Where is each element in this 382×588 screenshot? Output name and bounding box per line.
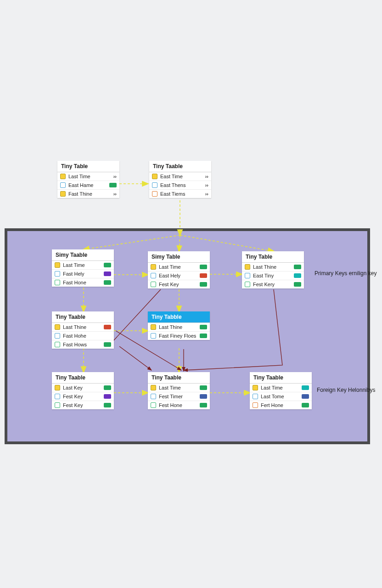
table-row[interactable]: East Hame: [57, 181, 119, 189]
type-badge: [200, 282, 207, 287]
type-badge: [104, 263, 111, 267]
table-header[interactable]: Tiny Taable: [148, 372, 210, 384]
field-label: Fert Hone: [261, 402, 300, 408]
field-label: Fest Timer: [159, 394, 198, 399]
table-header[interactable]: Simy Taable: [52, 249, 114, 261]
table-row[interactable]: East Tiems››: [149, 189, 211, 198]
table-row[interactable]: Fast Hone: [52, 278, 114, 287]
type-badge: [104, 325, 111, 329]
field-icon: [151, 394, 156, 399]
table-row[interactable]: East Tiny: [242, 271, 304, 280]
table-row[interactable]: Last Thine: [52, 323, 114, 331]
type-badge: [294, 273, 301, 278]
table-row[interactable]: Last Time: [250, 384, 312, 392]
field-label: Fest Key: [63, 402, 102, 408]
type-badge: [109, 183, 117, 187]
table-row[interactable]: Last Time: [148, 384, 210, 392]
field-icon: [55, 280, 60, 285]
field-icon: [151, 282, 156, 287]
table-row[interactable]: Fast Thine››: [57, 189, 119, 198]
table-t2[interactable]: Simy TaableLast TimeFast HelyFast Hone: [52, 249, 114, 287]
table-header[interactable]: Simy Table: [148, 251, 210, 263]
type-badge: [200, 265, 207, 269]
chevron-icon: ››: [113, 191, 117, 197]
field-label: Fest Key: [63, 394, 102, 399]
field-icon: [152, 191, 157, 197]
table-header[interactable]: Tiny Table: [242, 251, 304, 263]
field-label: Fast Thine: [68, 191, 112, 197]
table-t9[interactable]: Tiny TaableLast TimeLast TomeFert Hone: [250, 372, 312, 409]
table-t5[interactable]: Tiny TaableLast ThineFast HoheFast Hows: [52, 311, 114, 349]
field-icon: [152, 182, 157, 188]
table-row[interactable]: Fast Hohe: [52, 331, 114, 340]
table-header[interactable]: Tiny Taable: [149, 161, 211, 172]
field-icon: [55, 333, 60, 339]
type-badge: [104, 394, 111, 399]
field-label: Last Time: [261, 385, 300, 390]
table-row[interactable]: Fest Timer: [148, 392, 210, 401]
table-row[interactable]: Last Time››: [57, 172, 119, 181]
field-label: Last Time: [159, 264, 198, 270]
table-row[interactable]: Last Time: [52, 261, 114, 269]
table-row[interactable]: Last Key: [52, 384, 114, 392]
field-icon: [60, 174, 66, 179]
table-row[interactable]: Fast Finey Floes: [148, 331, 210, 340]
field-icon: [253, 385, 258, 390]
table-header[interactable]: Tiny Taable: [250, 372, 312, 384]
type-badge: [104, 385, 111, 390]
table-row[interactable]: Fest Hone: [148, 401, 210, 409]
table-t3[interactable]: Simy TableLast TimeEast HelyFest Key: [148, 251, 210, 288]
table-row[interactable]: Fast Hows: [52, 340, 114, 349]
field-label: Last Time: [159, 385, 198, 390]
table-row[interactable]: Last Time: [148, 263, 210, 271]
table-header[interactable]: Tiny Table: [57, 161, 119, 172]
table-row[interactable]: Last Tome: [250, 392, 312, 401]
field-icon: [253, 402, 258, 408]
table-row[interactable]: Fast Hely: [52, 269, 114, 278]
table-row[interactable]: Last Thine: [148, 323, 210, 331]
table-header[interactable]: Tiny Tabble: [148, 311, 210, 323]
type-badge: [104, 280, 111, 285]
table-row[interactable]: East Hely: [148, 271, 210, 280]
table-row[interactable]: East Thens››: [149, 181, 211, 189]
table-t7[interactable]: Tiny TaableLast KeyFest KeyFest Key: [52, 372, 114, 409]
field-label: Last Time: [68, 174, 112, 179]
field-icon: [55, 262, 60, 268]
table-row[interactable]: East Time››: [149, 172, 211, 181]
field-label: Fast Finey Floes: [159, 333, 198, 339]
type-badge: [200, 273, 207, 278]
table-row[interactable]: Fest Key: [148, 280, 210, 288]
table-row[interactable]: Fest Kery: [242, 280, 304, 288]
field-icon: [245, 282, 250, 287]
table-t8[interactable]: Tiny TaableLast TimeFest TimerFest Hone: [148, 372, 210, 409]
field-icon: [253, 394, 258, 399]
type-badge: [302, 403, 309, 407]
field-label: Last Thine: [253, 264, 292, 270]
field-label: Last Key: [63, 385, 102, 390]
field-label: East Tiems: [160, 191, 203, 197]
field-icon: [152, 174, 157, 179]
chevron-icon: ››: [205, 182, 208, 188]
field-label: Fast Hely: [63, 271, 102, 277]
table-t0[interactable]: Tiny TableLast Time››East HameFast Thine…: [57, 161, 119, 198]
table-t1[interactable]: Tiny TaableEast Time››East Thens››East T…: [149, 161, 211, 198]
field-label: Fest Hone: [159, 402, 198, 408]
table-row[interactable]: Fest Key: [52, 401, 114, 409]
table-row[interactable]: Fert Hone: [250, 401, 312, 409]
field-label: East Tiny: [253, 273, 292, 278]
diagram-canvas: Tiny TableLast Time››East HameFast Thine…: [0, 0, 382, 588]
type-badge: [294, 265, 301, 269]
field-icon: [245, 273, 250, 278]
type-badge: [104, 403, 111, 407]
field-label: East Hame: [68, 182, 107, 188]
field-icon: [55, 402, 60, 408]
table-row[interactable]: Last Thine: [242, 263, 304, 271]
field-label: East Hely: [159, 273, 198, 278]
table-header[interactable]: Tiny Taable: [52, 372, 114, 384]
table-row[interactable]: Fest Key: [52, 392, 114, 401]
type-badge: [200, 334, 207, 338]
annotation-foreign-key: Foreign Key Helonnibys: [317, 387, 375, 393]
table-t4[interactable]: Tiny TableLast ThineEast TinyFest Kery: [242, 251, 304, 288]
table-t6[interactable]: Tiny TabbleLast ThineFast Finey Floes: [148, 311, 210, 340]
table-header[interactable]: Tiny Taable: [52, 311, 114, 323]
